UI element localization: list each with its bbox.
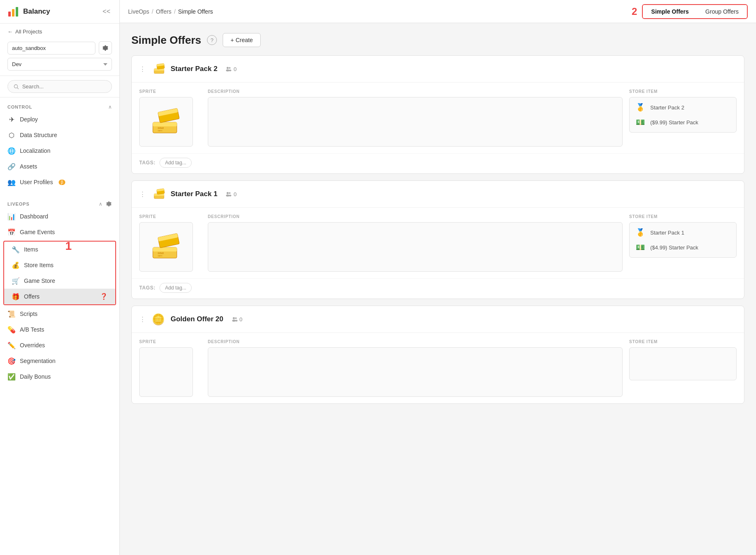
- tags-label-1: TAGS:: [139, 160, 155, 166]
- sidebar-item-scripts[interactable]: 📜 Scripts: [0, 306, 119, 322]
- back-projects-link[interactable]: ← All Projects: [0, 24, 119, 38]
- logo-icon: [7, 6, 19, 17]
- drag-handle-icon[interactable]: ⋮: [139, 65, 146, 73]
- sprite-box-2[interactable]: GOLD BARS: [139, 222, 193, 272]
- offer-tags-2: TAGS: Add tag...: [132, 278, 744, 299]
- settings-gear-button[interactable]: [99, 41, 112, 55]
- control-chevron-icon[interactable]: ∧: [108, 104, 112, 110]
- sidebar-item-overrides[interactable]: ✏️ Overrides: [0, 337, 119, 353]
- offer-icon-starter-pack-1: [151, 187, 166, 202]
- offers-help-icon[interactable]: ❓: [100, 293, 108, 300]
- sidebar-item-store-items[interactable]: 💰 Store Items: [4, 257, 115, 273]
- items-icon: 🔧: [12, 245, 20, 254]
- liveops-section-title: LIVEOPS: [7, 202, 29, 206]
- svg-text:BARS: BARS: [158, 255, 162, 257]
- description-box-1[interactable]: [208, 97, 623, 147]
- sidebar-item-offers[interactable]: 🎁 Offers ❓: [4, 289, 115, 304]
- sidebar-item-daily-bonus[interactable]: ✅ Daily Bonus: [0, 369, 119, 384]
- environment-select[interactable]: Dev: [7, 58, 112, 71]
- breadcrumb-simple-offers: Simple Offers: [178, 8, 213, 15]
- sidebar-item-data-structure[interactable]: ⬡ Data Structure: [0, 127, 119, 143]
- tab-simple-offers[interactable]: Simple Offers: [643, 5, 697, 18]
- search-input[interactable]: [22, 83, 106, 90]
- sidebar-item-assets[interactable]: 🔗 Assets: [0, 159, 119, 174]
- user-count-starter-pack-1: 0: [226, 191, 236, 197]
- user-count-icon: [226, 66, 231, 71]
- svg-rect-2: [16, 7, 18, 17]
- project-select-area: Dev: [0, 38, 119, 76]
- page-help-button[interactable]: ?: [207, 35, 217, 45]
- liveops-settings-button[interactable]: [106, 201, 112, 207]
- offer-icon-golden-offer-20: 🪙: [151, 312, 166, 327]
- sidebar-item-localization[interactable]: 🌐 Localization: [0, 143, 119, 159]
- liveops-chevron-icon[interactable]: ∧: [99, 201, 102, 207]
- description-box-3[interactable]: [208, 347, 623, 397]
- description-label-3: DESCRIPTION: [208, 339, 623, 344]
- store-item-row-2-2[interactable]: 💵 ($4.99) Starter Pack: [635, 242, 731, 253]
- store-item-row-1-1[interactable]: 🥇 Starter Pack 2: [635, 102, 731, 113]
- collapse-button[interactable]: <<: [101, 6, 112, 17]
- sidebar-item-dashboard[interactable]: 📊 Dashboard: [0, 209, 119, 224]
- create-button[interactable]: + Create: [223, 33, 261, 47]
- breadcrumb-offers[interactable]: Offers: [156, 8, 171, 15]
- store-item-row-1-2[interactable]: 💵 ($9.99) Starter Pack: [635, 116, 731, 128]
- sidebar-item-deploy-label: Deploy: [20, 116, 38, 123]
- user-count-value-golden-offer-20: 0: [240, 316, 242, 323]
- sprite-image-2: GOLD BARS: [149, 232, 184, 263]
- sidebar-item-items-label: Items: [24, 246, 38, 253]
- offer-grid-starter-pack-2: SPRITE GOLD BARS: [139, 89, 737, 147]
- sidebar-item-assets-label: Assets: [20, 163, 37, 170]
- sidebar-item-items[interactable]: 🔧 Items: [4, 242, 115, 257]
- store-item-label-1: STORE ITEM: [629, 89, 737, 94]
- svg-point-36: [235, 320, 238, 322]
- add-tag-button-1[interactable]: Add tag...: [159, 158, 191, 168]
- tags-label-2: TAGS:: [139, 285, 155, 291]
- description-label-2: DESCRIPTION: [208, 214, 623, 219]
- svg-text:GOLD: GOLD: [158, 252, 164, 254]
- svg-point-26: [229, 195, 231, 197]
- sidebar-item-ab-tests[interactable]: 💊 A/B Tests: [0, 322, 119, 337]
- search-box[interactable]: [7, 80, 112, 93]
- svg-rect-28: [153, 247, 177, 251]
- offers-icon: 🎁: [12, 292, 20, 301]
- drag-handle-icon-3[interactable]: ⋮: [139, 315, 146, 323]
- store-item-icon-2-1: 🥇: [635, 227, 646, 238]
- description-box-2[interactable]: [208, 222, 623, 272]
- game-store-icon: 🛒: [12, 277, 20, 285]
- tab-group-offers[interactable]: Group Offers: [697, 5, 747, 18]
- search-area: [0, 76, 119, 97]
- offer-grid-starter-pack-1: SPRITE GOLD BARS: [139, 214, 737, 272]
- svg-point-25: [229, 192, 231, 194]
- user-profiles-badge: β: [59, 180, 65, 185]
- add-tag-button-2[interactable]: Add tag...: [159, 283, 191, 293]
- user-count-starter-pack-2: 0: [226, 66, 236, 72]
- breadcrumb-liveops[interactable]: LiveOps: [128, 8, 149, 15]
- store-item-name-2-1: Starter Pack 1: [650, 230, 684, 236]
- sidebar-item-segmentation[interactable]: 🎯 Segmentation: [0, 353, 119, 369]
- project-input[interactable]: [7, 42, 95, 55]
- sidebar-item-game-store-label: Game Store: [24, 278, 55, 284]
- sidebar-item-user-profiles[interactable]: 👥 User Profiles β: [0, 174, 119, 190]
- store-item-column-1: STORE ITEM 🥇 Starter Pack 2 💵 ($9.99) St…: [629, 89, 737, 147]
- sidebar-item-game-events[interactable]: 📅 Game Events: [0, 224, 119, 240]
- store-item-label-3: STORE ITEM: [629, 339, 737, 344]
- svg-point-12: [229, 70, 231, 71]
- sidebar-item-deploy[interactable]: ✈ Deploy: [0, 111, 119, 127]
- svg-point-34: [232, 320, 235, 322]
- search-icon: [14, 84, 19, 90]
- offer-icon-starter-pack-2: [151, 62, 166, 76]
- sprite-box-3[interactable]: [139, 347, 193, 397]
- sprite-box-1[interactable]: GOLD BARS: [139, 97, 193, 147]
- offer-header-starter-pack-2: ⋮ Starter Pack 2: [132, 56, 744, 83]
- sidebar-item-offers-label: Offers: [24, 293, 40, 300]
- store-item-row-2-1[interactable]: 🥇 Starter Pack 1: [635, 227, 731, 238]
- sidebar-item-daily-bonus-label: Daily Bonus: [20, 373, 51, 380]
- sidebar-item-game-store[interactable]: 🛒 Game Store: [4, 273, 115, 289]
- drag-handle-icon-2[interactable]: ⋮: [139, 190, 146, 198]
- description-label-1: DESCRIPTION: [208, 89, 623, 94]
- main-content: LiveOps / Offers / Simple Offers 2 Simpl…: [120, 0, 756, 555]
- sidebar-item-store-items-label: Store Items: [24, 262, 54, 268]
- sidebar-item-localization-label: Localization: [20, 147, 50, 154]
- sidebar: Balancy << ← All Projects Dev: [0, 0, 120, 555]
- store-items-icon: 💰: [12, 261, 20, 269]
